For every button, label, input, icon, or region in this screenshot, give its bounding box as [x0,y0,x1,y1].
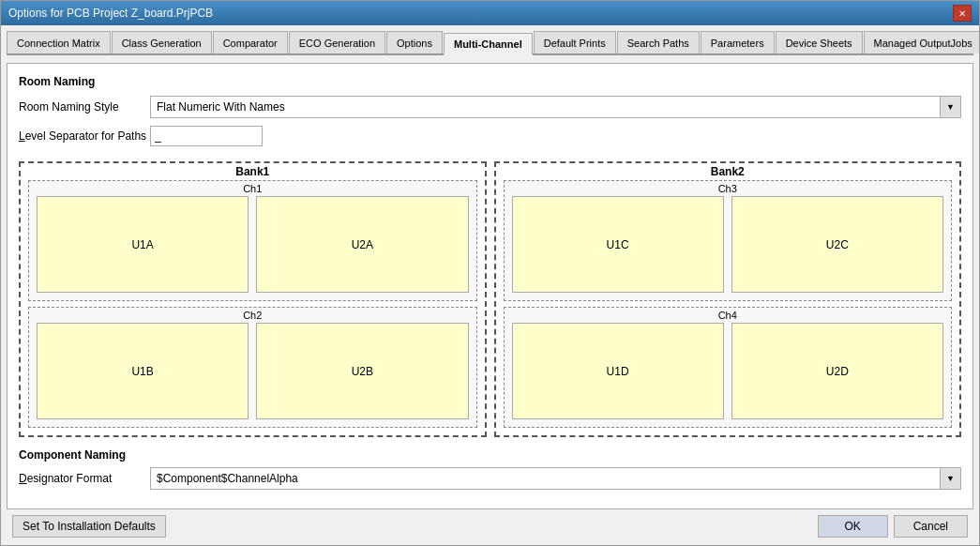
room-naming-style-arrow[interactable]: ▼ [940,97,960,117]
diagram-area: Bank1 Ch1 U1A U2A Ch2 U1B U2B [19,161,961,437]
room-naming-style-value: Flat Numeric With Names [151,100,940,114]
designator-format-row: Designator Format $Component$ChannelAlph… [19,467,961,490]
component-u1d: U1D [512,323,724,419]
designator-format-arrow[interactable]: ▼ [940,468,960,489]
designator-format-label: Designator Format [19,472,150,485]
level-separator-label: Level Separator for Paths [19,129,150,143]
ch1-label: Ch1 [240,183,264,194]
tab-default-prints[interactable]: Default Prints [534,31,616,53]
set-defaults-button[interactable]: Set To Installation Defaults [12,515,166,538]
room-naming-title: Room Naming [19,75,961,88]
component-u2c: U2C [731,196,943,293]
tab-managed-outputjobs[interactable]: Managed OutputJobs [864,31,979,53]
component-naming-title: Component Naming [19,448,961,462]
component-u1b: U1B [37,323,249,419]
room-naming-style-row: Room Naming Style Flat Numeric With Name… [19,96,961,118]
tab-eco-generation[interactable]: ECO Generation [289,31,385,53]
cancel-button[interactable]: Cancel [894,515,968,538]
tab-device-sheets[interactable]: Device Sheets [776,31,863,53]
footer: Set To Installation Defaults OK Cancel [7,509,973,539]
main-panel: Room Naming Room Naming Style Flat Numer… [7,63,973,509]
channel-ch4: Ch4 U1D U2D [504,307,953,428]
window-title: Options for PCB Project Z_board.PrjPCB [8,7,213,20]
content-area: Connection Matrix Class Generation Compa… [1,25,979,545]
tab-options[interactable]: Options [386,31,443,53]
level-separator-input[interactable] [150,126,263,146]
ch4-label: Ch4 [716,310,740,321]
channel-ch2: Ch2 U1B U2B [28,307,477,428]
main-window: Options for PCB Project Z_board.PrjPCB ✕… [0,0,980,546]
ch3-label: Ch3 [716,183,740,194]
bank1-label: Bank1 [232,165,273,178]
title-bar-buttons: ✕ [953,5,972,22]
component-u1c: U1C [512,196,724,293]
tab-comparator[interactable]: Comparator [213,31,288,53]
component-u2a: U2A [256,196,468,293]
tab-class-generation[interactable]: Class Generation [112,31,212,53]
tab-search-paths[interactable]: Search Paths [617,31,700,53]
component-u1a: U1A [37,196,249,293]
ch2-label: Ch2 [240,310,264,321]
footer-action-buttons: OK Cancel [818,515,968,538]
bank2: Bank2 Ch3 U1C U2C Ch4 U1D U2D [494,161,962,437]
tab-multi-channel[interactable]: Multi-Channel [444,33,533,55]
component-u2b: U2B [256,323,468,419]
tab-parameters[interactable]: Parameters [701,31,775,53]
tab-bar: Connection Matrix Class Generation Compa… [7,31,973,55]
room-naming-style-dropdown[interactable]: Flat Numeric With Names ▼ [150,96,961,118]
channel-ch3: Ch3 U1C U2C [504,180,953,301]
component-u2d: U2D [731,323,943,419]
channel-ch1: Ch1 U1A U2A [28,180,477,301]
level-separator-row: Level Separator for Paths [19,126,961,146]
title-bar: Options for PCB Project Z_board.PrjPCB ✕ [1,1,979,25]
designator-format-value: $Component$ChannelAlpha [151,472,940,485]
designator-format-dropdown[interactable]: $Component$ChannelAlpha ▼ [150,467,961,490]
tab-connection-matrix[interactable]: Connection Matrix [7,31,111,53]
bank1: Bank1 Ch1 U1A U2A Ch2 U1B U2B [19,161,487,437]
room-naming-style-label: Room Naming Style [19,100,150,114]
bank2-label: Bank2 [707,165,748,178]
close-button[interactable]: ✕ [953,5,972,22]
ok-button[interactable]: OK [818,515,888,538]
